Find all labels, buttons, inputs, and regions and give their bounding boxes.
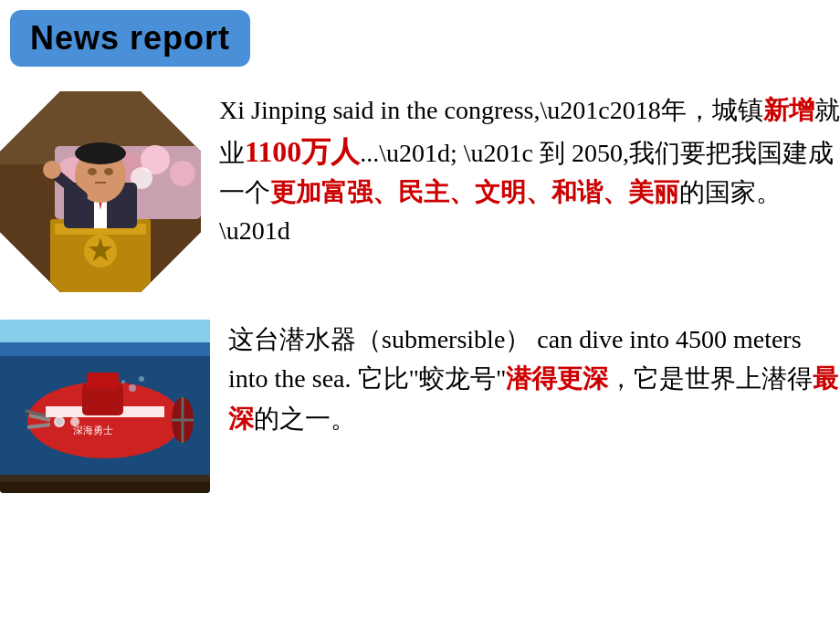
svg-point-19 xyxy=(88,168,97,175)
svg-rect-31 xyxy=(87,373,119,389)
submarine-illustration: 深海勇士 xyxy=(0,320,210,493)
svg-point-34 xyxy=(70,417,79,426)
svg-point-33 xyxy=(56,418,63,425)
svg-point-43 xyxy=(121,380,125,383)
news-report-badge: News report xyxy=(10,10,250,67)
person-image-wrapper xyxy=(0,91,201,292)
svg-point-41 xyxy=(129,384,136,392)
svg-point-23 xyxy=(43,161,61,179)
highlight-qian-geng-shen: 潜得更深 xyxy=(506,364,608,393)
svg-rect-26 xyxy=(0,320,210,342)
submarine-image-wrapper: 深海勇士 xyxy=(0,320,210,493)
highlight-goals: 更加富强、民主、文明、和谐、美丽 xyxy=(270,178,679,206)
svg-point-42 xyxy=(139,376,144,382)
svg-rect-45 xyxy=(0,475,210,482)
highlight-xinzeng: 新增 xyxy=(763,96,814,124)
submersible-text: 这台潜水器（submersible） can dive into 4500 me… xyxy=(228,320,840,438)
highlight-1100: 1100万人 xyxy=(245,135,360,168)
person-illustration xyxy=(0,91,201,292)
octagon-frame xyxy=(0,91,201,292)
svg-point-18 xyxy=(75,142,126,164)
top-section: Xi Jinping said in the congress,\u201c20… xyxy=(0,91,840,292)
svg-text:深海勇士: 深海勇士 xyxy=(73,425,113,436)
badge-label: News report xyxy=(30,19,230,57)
bottom-section: 深海勇士 这台潜水器（submersible） can di xyxy=(0,320,840,493)
congress-speech-text: Xi Jinping said in the congress,\u201c20… xyxy=(219,91,840,250)
svg-point-7 xyxy=(170,161,195,186)
svg-point-20 xyxy=(104,168,113,175)
